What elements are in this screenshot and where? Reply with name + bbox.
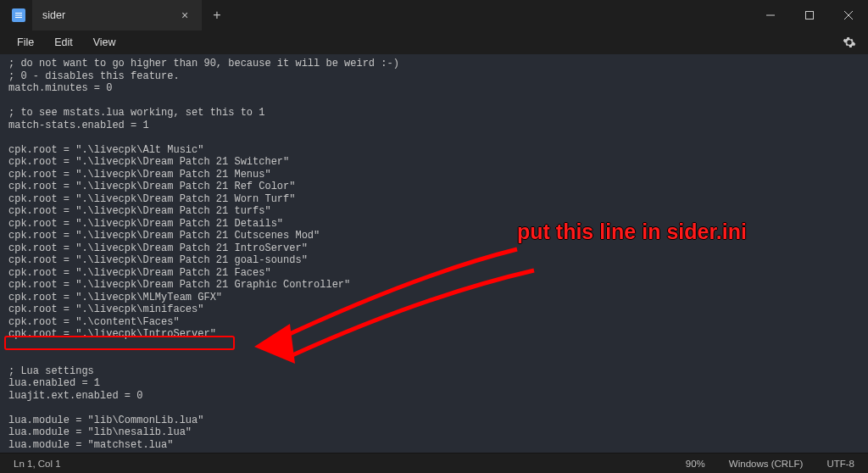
code-content: ; do not want to go higher than 90, beca… [8,58,860,451]
menu-edit[interactable]: Edit [44,33,83,52]
app-icon [12,8,25,22]
new-tab-button[interactable]: + [202,0,232,31]
svg-rect-1 [15,15,22,16]
gear-icon[interactable] [837,31,861,54]
menu-view[interactable]: View [83,33,126,52]
status-encoding[interactable]: UTF-8 [823,459,858,469]
status-cursor-pos[interactable]: Ln 1, Col 1 [10,459,64,469]
tab-title: sider [42,9,65,21]
statusbar: Ln 1, Col 1 90% Windows (CRLF) UTF-8 [0,453,868,473]
status-zoom[interactable]: 90% [682,459,709,469]
status-eol[interactable]: Windows (CRLF) [726,459,807,469]
close-window-button[interactable] [829,0,868,31]
editor-area[interactable]: ; do not want to go higher than 90, beca… [0,54,868,453]
svg-rect-2 [15,17,22,18]
menu-file[interactable]: File [7,33,44,52]
window-controls [751,0,868,31]
minimize-button[interactable] [751,0,790,31]
svg-rect-4 [806,12,814,19]
tab-sider[interactable]: sider × [32,0,202,31]
close-icon[interactable]: × [178,8,192,22]
svg-rect-0 [15,13,22,14]
annotation-text: put this line in sider.ini [517,220,747,244]
titlebar: sider × + [0,0,868,31]
tab-area: sider × + [0,0,232,31]
menubar: File Edit View [0,31,868,54]
maximize-button[interactable] [790,0,829,31]
